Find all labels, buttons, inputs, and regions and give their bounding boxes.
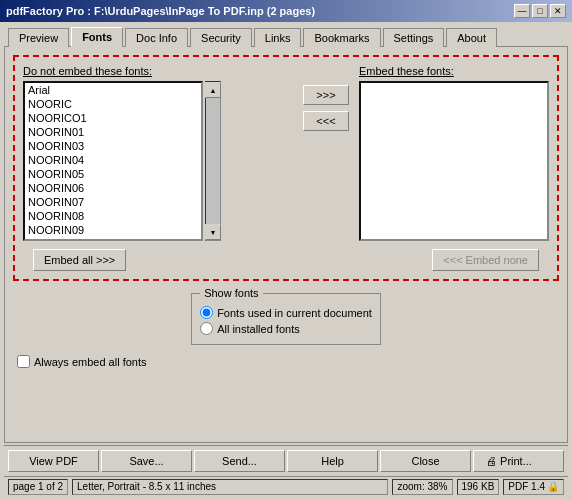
pdf-version-status: PDF 1.4 🔒 [503, 479, 564, 495]
minimize-button[interactable]: — [514, 4, 530, 18]
list-item[interactable]: NOORIN01 [25, 125, 201, 139]
paper-status: Letter, Portrait - 8.5 x 11 inches [72, 479, 388, 495]
list-item[interactable]: NOORICO1 [25, 111, 201, 125]
zoom-status: zoom: 38% [392, 479, 452, 495]
list-item[interactable]: NOORIN09 [25, 223, 201, 237]
do-not-embed-label: Do not embed these fonts: [23, 65, 293, 77]
transfer-buttons: >>> <<< [301, 65, 351, 131]
title-bar: pdfFactory Pro : F:\UrduPages\InPage To … [0, 0, 572, 22]
tab-bar: Preview Fonts Doc Info Security Links Bo… [4, 26, 568, 46]
scroll-down-button[interactable]: ▼ [205, 224, 221, 240]
fonts-panel: Do not embed these fonts: Arial NOORIC N… [13, 55, 559, 281]
list-item[interactable]: NOORIN05 [25, 167, 201, 181]
do-not-embed-group: Do not embed these fonts: Arial NOORIC N… [23, 65, 293, 241]
maximize-button[interactable]: □ [532, 4, 548, 18]
tab-about[interactable]: About [446, 28, 497, 47]
list-item[interactable]: NOORIN06 [25, 181, 201, 195]
window-body: Preview Fonts Doc Info Security Links Bo… [0, 22, 572, 500]
page-status: page 1 of 2 [8, 479, 68, 495]
embed-fonts-listbox[interactable] [359, 81, 549, 241]
embed-none-button[interactable]: <<< Embed none [432, 249, 539, 271]
do-not-embed-listbox[interactable]: Arial NOORIC NOORICO1 NOORIN01 NOORIN03 … [23, 81, 203, 241]
save-button[interactable]: Save... [101, 450, 192, 472]
list-item[interactable]: NOORIN03 [25, 139, 201, 153]
main-content: Do not embed these fonts: Arial NOORIC N… [4, 46, 568, 443]
pdf-version-text: PDF 1.4 [508, 481, 545, 492]
move-right-button[interactable]: >>> [303, 85, 349, 105]
size-status: 196 KB [457, 479, 500, 495]
help-button[interactable]: Help [287, 450, 378, 472]
tab-fonts[interactable]: Fonts [71, 27, 123, 47]
embed-buttons-row: Embed all >>> <<< Embed none [23, 249, 549, 271]
window-controls: — □ ✕ [514, 4, 566, 18]
tab-security[interactable]: Security [190, 28, 252, 47]
view-pdf-button[interactable]: View PDF [8, 450, 99, 472]
show-fonts-container: Show fonts Fonts used in current documen… [13, 287, 559, 345]
window-title: pdfFactory Pro : F:\UrduPages\InPage To … [6, 5, 315, 17]
close-button[interactable]: ✕ [550, 4, 566, 18]
show-fonts-legend: Show fonts [200, 287, 262, 299]
scroll-up-button[interactable]: ▲ [205, 82, 221, 98]
radio-all-fonts: All installed fonts [200, 322, 372, 335]
status-bar: page 1 of 2 Letter, Portrait - 8.5 x 11 … [4, 476, 568, 496]
list-item[interactable]: NOORIC [25, 97, 201, 111]
fonts-lists-row: Do not embed these fonts: Arial NOORIC N… [23, 65, 549, 241]
font-list-container: Arial NOORIC NOORICO1 NOORIN01 NOORIN03 … [23, 81, 293, 241]
list-item[interactable]: NOORIN04 [25, 153, 201, 167]
tab-links[interactable]: Links [254, 28, 302, 47]
always-embed-row: Always embed all fonts [13, 355, 559, 368]
print-button[interactable]: 🖨 Print... [473, 450, 564, 472]
always-embed-checkbox[interactable] [17, 355, 30, 368]
radio-current-doc-label: Fonts used in current document [217, 307, 372, 319]
send-button[interactable]: Send... [194, 450, 285, 472]
embed-these-label: Embed these fonts: [359, 65, 549, 77]
tab-bookmarks[interactable]: Bookmarks [303, 28, 380, 47]
show-fonts-groupbox: Show fonts Fonts used in current documen… [191, 293, 381, 345]
list-item[interactable]: Arial [25, 83, 201, 97]
listbox-scrollbar[interactable]: ▲ ▼ [205, 81, 221, 241]
lock-icon: 🔒 [547, 481, 559, 492]
radio-all-fonts-label: All installed fonts [217, 323, 300, 335]
bottom-toolbar: View PDF Save... Send... Help Close 🖨 Pr… [4, 445, 568, 476]
list-item[interactable]: NOORIN07 [25, 195, 201, 209]
radio-all-fonts-input[interactable] [200, 322, 213, 335]
embed-fonts-group: Embed these fonts: [359, 65, 549, 241]
tab-preview[interactable]: Preview [8, 28, 69, 47]
move-left-button[interactable]: <<< [303, 111, 349, 131]
tab-settings[interactable]: Settings [383, 28, 445, 47]
tab-doc-info[interactable]: Doc Info [125, 28, 188, 47]
close-button[interactable]: Close [380, 450, 471, 472]
embed-all-button[interactable]: Embed all >>> [33, 249, 126, 271]
scroll-track[interactable] [206, 98, 220, 224]
list-item[interactable]: NOORIN08 [25, 209, 201, 223]
radio-current-doc-input[interactable] [200, 306, 213, 319]
radio-current-doc: Fonts used in current document [200, 306, 372, 319]
always-embed-label: Always embed all fonts [34, 356, 147, 368]
